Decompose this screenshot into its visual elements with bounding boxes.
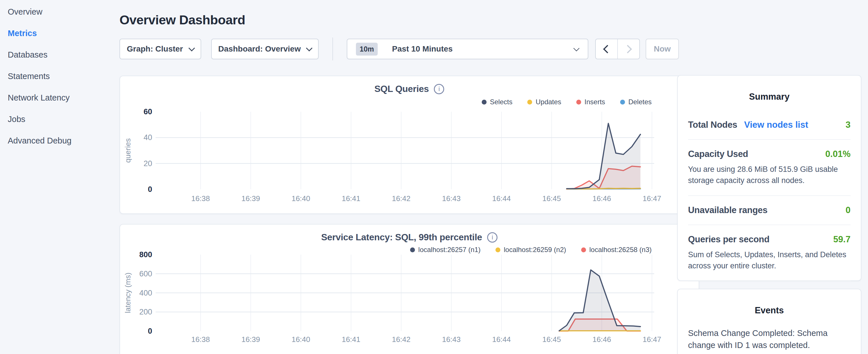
- summary-row-label: Total Nodes: [688, 120, 737, 130]
- chevron-down-icon: [306, 45, 313, 52]
- service-latency-chart: 16:3816:3916:4016:4116:4216:4316:4416:45…: [120, 250, 700, 351]
- event-item[interactable]: Schema Change Completed: Schema change w…: [688, 327, 850, 354]
- sidebar-item-advanced-debug[interactable]: Advanced Debug: [8, 135, 115, 146]
- view-nodes-list-link[interactable]: View nodes list: [744, 120, 808, 130]
- legend-dot-icon: [527, 100, 532, 104]
- sidebar-item-network-latency[interactable]: Network Latency: [8, 92, 115, 103]
- svg-text:16:39: 16:39: [241, 194, 260, 203]
- summary-row: Unavailable ranges0: [688, 195, 850, 225]
- now-button[interactable]: Now: [646, 39, 679, 59]
- summary-row: Capacity Used0.01%You are using 28.6 MiB…: [688, 139, 850, 195]
- summary-rows: Total NodesView nodes list3Capacity Used…: [688, 110, 850, 310]
- svg-text:16:38: 16:38: [191, 194, 210, 203]
- svg-text:16:39: 16:39: [241, 335, 260, 344]
- legend-item[interactable]: Inserts: [576, 98, 605, 106]
- legend-item[interactable]: Deletes: [620, 98, 652, 106]
- dashboard-dropdown-label: Dashboard: Overview: [218, 44, 301, 54]
- svg-text:16:41: 16:41: [342, 335, 360, 344]
- summary-row-value: 3: [846, 120, 850, 130]
- svg-text:16:46: 16:46: [592, 194, 611, 203]
- svg-text:200: 200: [139, 308, 152, 316]
- summary-row-value: 0.01%: [825, 149, 850, 159]
- page-title: Overview Dashboard: [120, 12, 245, 28]
- chart-title: Service Latency: SQL, 99th percentile: [321, 232, 482, 243]
- next-time-button[interactable]: [618, 39, 639, 59]
- controls-divider: [333, 37, 333, 60]
- chevron-down-icon: [188, 45, 195, 52]
- sql-queries-chart: 16:3816:3916:4016:4116:4216:4316:4416:45…: [120, 106, 700, 207]
- svg-text:16:40: 16:40: [291, 194, 310, 203]
- svg-text:16:44: 16:44: [492, 335, 510, 344]
- svg-text:60: 60: [144, 107, 152, 116]
- chevron-right-icon: [624, 45, 632, 53]
- svg-text:16:43: 16:43: [442, 335, 461, 344]
- legend-label: Updates: [535, 98, 561, 106]
- event-message: Schema Change Completed: Schema change w…: [688, 327, 850, 351]
- svg-text:16:40: 16:40: [291, 335, 310, 344]
- svg-text:400: 400: [139, 289, 152, 297]
- info-icon[interactable]: i: [434, 84, 444, 94]
- legend-dot-icon: [576, 100, 581, 104]
- sidebar-item-jobs[interactable]: Jobs: [8, 114, 115, 125]
- svg-text:800: 800: [139, 250, 152, 259]
- chart-title: SQL Queries: [375, 84, 429, 94]
- service-latency-chart-card: Service Latency: SQL, 99th percentile i …: [120, 224, 699, 354]
- legend-item[interactable]: Selects: [482, 98, 513, 106]
- dashboard-dropdown[interactable]: Dashboard: Overview: [211, 39, 319, 59]
- sql-queries-chart-card: SQL Queries i SelectsUpdatesInsertsDelet…: [120, 75, 699, 214]
- time-range-label: Past 10 Minutes: [392, 44, 453, 54]
- svg-text:16:46: 16:46: [592, 335, 611, 344]
- summary-panel: Summary Total NodesView nodes list3Capac…: [677, 75, 861, 281]
- svg-text:40: 40: [144, 133, 152, 142]
- summary-row-description: You are using 28.6 MiB of 515.9 GiB usab…: [688, 164, 850, 186]
- sidebar: OverviewMetricsDatabasesStatementsNetwor…: [0, 0, 115, 354]
- svg-text:16:41: 16:41: [342, 194, 360, 203]
- app-screen: OverviewMetricsDatabasesStatementsNetwor…: [0, 0, 868, 354]
- svg-text:16:47: 16:47: [643, 335, 661, 344]
- summary-title: Summary: [678, 92, 861, 102]
- summary-row-description: Sum of Selects, Updates, Inserts, and De…: [688, 249, 850, 271]
- svg-text:16:43: 16:43: [442, 194, 461, 203]
- summary-row-value: 0: [846, 205, 850, 215]
- legend-item[interactable]: Updates: [527, 98, 561, 106]
- sidebar-item-metrics[interactable]: Metrics: [8, 28, 115, 39]
- events-panel: Events Schema Change Completed: Schema c…: [677, 289, 861, 354]
- svg-text:16:45: 16:45: [542, 335, 561, 344]
- sidebar-item-overview[interactable]: Overview: [8, 6, 115, 17]
- svg-text:20: 20: [144, 159, 152, 168]
- summary-row-value: 59.7: [833, 234, 850, 245]
- graph-dropdown-label: Graph: Cluster: [127, 44, 183, 54]
- legend-dot-icon: [482, 100, 487, 104]
- summary-row-label: Capacity Used: [688, 149, 748, 159]
- legend-label: Deletes: [628, 98, 652, 106]
- time-step-buttons: [595, 39, 640, 59]
- svg-text:16:42: 16:42: [392, 335, 410, 344]
- svg-text:16:44: 16:44: [492, 194, 510, 203]
- svg-text:latency (ms): latency (ms): [124, 273, 132, 313]
- svg-text:0: 0: [148, 185, 152, 194]
- summary-row-label: Queries per second: [688, 234, 769, 245]
- summary-row: Queries per second59.7Sum of Selects, Up…: [688, 225, 850, 281]
- sidebar-item-statements[interactable]: Statements: [8, 71, 115, 82]
- svg-text:16:38: 16:38: [191, 335, 210, 344]
- summary-row-label: Unavailable ranges: [688, 205, 767, 215]
- graph-dropdown[interactable]: Graph: Cluster: [120, 39, 201, 59]
- chart-legend: SelectsUpdatesInsertsDeletes: [482, 98, 652, 106]
- prev-time-button[interactable]: [596, 39, 618, 59]
- legend-label: Selects: [490, 98, 513, 106]
- svg-text:16:45: 16:45: [542, 194, 561, 203]
- legend-dot-icon: [620, 100, 625, 104]
- time-range-badge: 10m: [356, 43, 378, 56]
- events-title: Events: [678, 305, 861, 316]
- svg-text:16:42: 16:42: [392, 194, 410, 203]
- sidebar-item-databases[interactable]: Databases: [8, 49, 115, 60]
- info-icon[interactable]: i: [487, 232, 497, 243]
- time-range-dropdown[interactable]: 10m Past 10 Minutes: [347, 39, 588, 59]
- svg-text:16:47: 16:47: [643, 194, 661, 203]
- legend-label: Inserts: [585, 98, 605, 106]
- svg-text:queries: queries: [124, 138, 132, 163]
- now-button-label: Now: [654, 44, 671, 54]
- svg-text:600: 600: [139, 269, 152, 278]
- event-items: Schema Change Completed: Schema change w…: [688, 327, 850, 354]
- chevron-down-icon: [574, 45, 580, 51]
